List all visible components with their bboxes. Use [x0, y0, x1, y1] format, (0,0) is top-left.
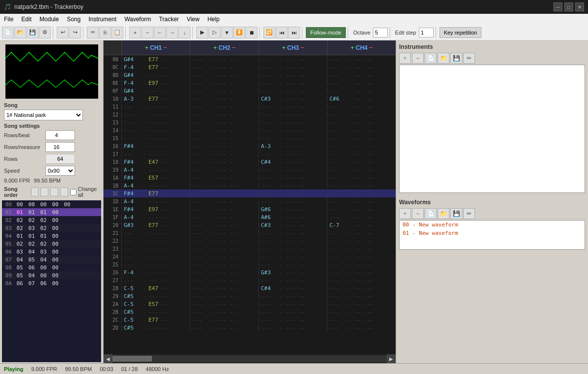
h-scrollbar-track[interactable]	[112, 355, 387, 362]
song-dropdown[interactable]: 1# National park	[4, 110, 83, 120]
song-order-row[interactable]: 0502020200	[2, 240, 101, 248]
tracker-row[interactable]: 2A C-5 -- E57 -- --- -- --- -- --- -- --…	[104, 300, 396, 308]
song-order-down-button[interactable]: ↓	[60, 187, 68, 196]
copy-button[interactable]: ⎘	[99, 27, 111, 38]
play-button[interactable]: ▶	[196, 27, 208, 38]
save-button[interactable]: 💾	[27, 27, 38, 38]
ch1-plus[interactable]: +	[145, 44, 148, 51]
menu-edit[interactable]: Edit	[17, 15, 36, 24]
waveform-item-1[interactable]: 01 - New waveform	[400, 229, 585, 237]
instr-export-button[interactable]: 💾	[450, 53, 462, 64]
tracker-row[interactable]: 2D C#5 -- --- -- --- -- --- -- --- -- --…	[104, 324, 396, 332]
menu-tracker[interactable]: Tracker	[155, 15, 183, 24]
h-scroll-left[interactable]: ◀	[104, 354, 112, 363]
stop-button[interactable]: ⏹	[246, 27, 257, 38]
waveform-item-0[interactable]: 00 - New waveform	[400, 221, 585, 229]
redo-button[interactable]: ↪	[69, 27, 81, 38]
tracker-row[interactable]: 0C F-4 -- E77 -- --- -- --- -- --- -- --…	[104, 63, 396, 71]
move-down-button[interactable]: −	[142, 27, 153, 38]
song-order-row[interactable]: 0A06070600	[2, 279, 101, 287]
play2-button[interactable]: ▷	[209, 27, 220, 38]
song-order-remove-button[interactable]: −	[40, 187, 48, 196]
tracker-row[interactable]: 26 F-4 -- --- -- --- -- --- -- G#3 -- --…	[104, 268, 396, 276]
octave-spinbox[interactable]	[373, 28, 388, 37]
instr-remove-button[interactable]: −	[412, 53, 424, 64]
ch4-plus[interactable]: +	[350, 44, 354, 51]
undo-button[interactable]: ↩	[57, 27, 69, 38]
instr-add-button[interactable]: +	[399, 53, 411, 64]
wave-import-button[interactable]: 📁	[438, 208, 449, 219]
move-right-button[interactable]: →	[166, 27, 178, 38]
tracker-row[interactable]: 23 --- -- --- -- --- -- --- -- --- -- --…	[104, 245, 396, 253]
song-order-row[interactable]: 0101010100	[2, 208, 101, 216]
tracker-row[interactable]: 2B C#5 -- --- -- --- -- --- -- --- -- --…	[104, 308, 396, 316]
open-button[interactable]: 📂	[14, 27, 26, 38]
key-repetition-button[interactable]: Key repetition	[440, 27, 481, 38]
wave-duplicate-button[interactable]: 📄	[425, 208, 437, 219]
ch1-minus[interactable]: −	[163, 44, 167, 51]
follow-mode-button[interactable]: Follow-mode	[306, 27, 346, 38]
song-order-row[interactable]: 000000000000	[2, 200, 101, 208]
wave-remove-button[interactable]: −	[412, 208, 424, 219]
tracker-row[interactable]: 1A F#4 -- E57 -- --- -- --- -- --- -- --…	[104, 174, 396, 182]
tracker-row[interactable]: 14 --- -- --- -- --- -- --- -- --- -- --…	[104, 126, 396, 134]
song-order-row[interactable]: 0704050400	[2, 256, 101, 263]
tracker-row[interactable]: 29 C#5 -- --- -- --- -- --- -- --- -- --…	[104, 292, 396, 300]
tracker-row[interactable]: 19 A-4 -- --- -- --- -- --- -- --- -- --…	[104, 166, 396, 174]
ch3-minus[interactable]: −	[300, 44, 304, 51]
menu-view[interactable]: View	[183, 15, 204, 24]
tracker-row[interactable]: 15 --- -- --- -- --- -- --- -- --- -- --…	[104, 134, 396, 142]
song-order-row[interactable]: 0603040300	[2, 248, 101, 256]
tracker-row[interactable]: 21 --- -- --- -- --- -- --- -- --- -- --…	[104, 229, 396, 237]
tracker-row[interactable]: 11 --- -- --- -- --- -- --- -- --- -- --…	[104, 103, 396, 111]
wave-export-button[interactable]: 💾	[450, 208, 462, 219]
tracker-row[interactable]: 27 --- -- --- -- --- -- --- -- --- -- --…	[104, 276, 396, 284]
tracker-row[interactable]: 1E F#4 -- E97 -- --- -- --- -- G#6 -- --…	[104, 205, 396, 213]
rows-measure-input[interactable]	[45, 142, 75, 152]
loop-button[interactable]: 🔁	[263, 27, 275, 38]
move-left-button[interactable]: ←	[154, 27, 166, 38]
titlebar-controls[interactable]: ─ □ ✕	[553, 2, 584, 11]
tracker-row[interactable]: 1F A-4 -- --- -- --- -- --- -- A#6 -- --…	[104, 213, 396, 221]
tracker-row[interactable]: 22 --- -- --- -- --- -- --- -- --- -- --…	[104, 237, 396, 245]
song-order-row[interactable]: 0905040000	[2, 271, 101, 279]
tracker-row[interactable]: 13 --- -- --- -- --- -- --- -- --- -- --…	[104, 118, 396, 126]
step-down-button[interactable]: ↓	[179, 27, 190, 38]
prev-button[interactable]: ⏮	[276, 27, 288, 38]
ch2-plus[interactable]: +	[213, 44, 217, 51]
tracker-row[interactable]: 1D A-4 -- --- -- --- -- --- -- --- -- --…	[104, 197, 396, 205]
speed-combo[interactable]: 0x90	[45, 166, 75, 176]
tracker-row[interactable]: 28 C-5 -- E47 -- --- -- --- -- C#4 -- --…	[104, 284, 396, 292]
tracker-scroll[interactable]: 0B G#4 -- E77 -- --- -- --- -- --- -- --…	[104, 55, 396, 354]
menu-instrument[interactable]: Instrument	[84, 15, 120, 24]
tracker-row[interactable]: 0D G#4 -- --- -- --- -- --- -- --- -- --…	[104, 71, 396, 79]
tracker-row[interactable]: 17 --- -- --- -- --- -- --- -- --- -- --…	[104, 150, 396, 158]
wave-add-button[interactable]: +	[399, 208, 411, 219]
rows-beat-input[interactable]	[45, 130, 75, 140]
edit-step-spinbox[interactable]	[419, 28, 434, 37]
maximize-button[interactable]: □	[564, 2, 573, 11]
next-button[interactable]: ⏭	[288, 27, 300, 38]
move-up-button[interactable]: +	[129, 27, 141, 38]
new-button[interactable]: 📄	[2, 27, 14, 38]
change-all-checkbox[interactable]	[70, 189, 76, 195]
play3-button[interactable]: ▼	[221, 27, 233, 38]
song-order-up-button[interactable]: ↑	[50, 187, 58, 196]
tracker-row[interactable]: 20 G#3 -- E77 -- --- -- --- -- C#3 -- --…	[104, 221, 396, 229]
minimize-button[interactable]: ─	[553, 2, 562, 11]
song-order-add-button[interactable]: +	[31, 187, 39, 196]
song-order-grid[interactable]: 0000000000000101010100020202020003020302…	[2, 200, 101, 362]
instr-duplicate-button[interactable]: 📄	[425, 53, 437, 64]
waveforms-list[interactable]: 00 - New waveform 01 - New waveform	[399, 220, 585, 250]
menu-file[interactable]: File	[0, 15, 17, 24]
paste-button[interactable]: 📋	[111, 27, 123, 38]
instruments-list[interactable]	[399, 65, 585, 193]
tracker-row[interactable]: 25 --- -- --- -- --- -- --- -- --- -- --…	[104, 261, 396, 268]
tracker-row[interactable]: 0B G#4 -- E77 -- --- -- --- -- --- -- --…	[104, 55, 396, 63]
close-button[interactable]: ✕	[575, 2, 584, 11]
menu-module[interactable]: Module	[36, 15, 63, 24]
horizontal-scrollbar[interactable]: ◀ ▶	[104, 354, 396, 363]
tracker-row[interactable]: 24 --- -- --- -- --- -- --- -- --- -- --…	[104, 253, 396, 261]
tracker-row[interactable]: 12 --- -- --- -- --- -- --- -- --- -- --…	[104, 111, 396, 118]
tracker-row[interactable]: 1C F#4 -- E77 -- --- -- --- -- --- -- --…	[104, 189, 396, 197]
